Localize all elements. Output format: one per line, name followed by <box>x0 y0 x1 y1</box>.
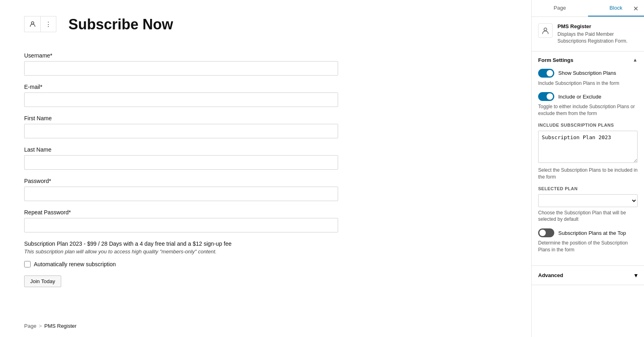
advanced-title: Advanced <box>538 272 563 278</box>
password-label: Password* <box>24 178 338 184</box>
firstname-label: First Name <box>24 115 338 121</box>
block-info-name: PMS Register <box>557 23 638 29</box>
block-info-desc: Displays the Paid Member Subscriptions R… <box>557 31 638 45</box>
breadcrumb-separator: > <box>39 323 42 329</box>
right-sidebar: Page Block ✕ PMS Register Displays the P… <box>531 0 644 337</box>
subscription-plans-top-desc: Determine the position of the Subscripti… <box>538 240 638 253</box>
email-label: E-mail* <box>24 84 338 90</box>
block-user-icon-btn[interactable] <box>24 16 40 32</box>
subscription-plan-info: Subscription Plan 2023 - $99 / 28 Days w… <box>24 240 338 255</box>
show-subscription-plans-label: Show Subscription Plans <box>558 70 616 76</box>
repeat-password-input[interactable] <box>24 218 338 232</box>
selected-plan-select[interactable] <box>538 194 638 207</box>
form-settings-header[interactable]: Form Settings ▲ <box>532 51 644 69</box>
breadcrumb-page[interactable]: Page <box>24 323 36 329</box>
password-group: Password* <box>24 178 338 201</box>
auto-renew-label: Automatically renew subscription <box>34 261 116 267</box>
lastname-label: Last Name <box>24 146 338 153</box>
advanced-section[interactable]: Advanced ▾ <box>532 266 644 285</box>
breadcrumb: Page > PMS Register <box>24 323 76 329</box>
email-input[interactable] <box>24 92 338 107</box>
selected-plan-label: SELECTED PLAN <box>538 186 638 191</box>
repeat-password-group: Repeat Password* <box>24 209 338 232</box>
subscription-plans-top-toggle[interactable] <box>538 228 554 237</box>
firstname-input[interactable] <box>24 124 338 138</box>
auto-renew-checkbox[interactable] <box>24 261 31 267</box>
block-more-options-btn[interactable]: ⋮ <box>40 16 56 32</box>
selected-plan-hint: Choose the Subscription Plan that will b… <box>538 210 638 223</box>
form-settings-title: Form Settings <box>538 57 573 63</box>
include-exclude-label: Include or Exclude <box>558 94 601 100</box>
include-plans-hint: Select the Subscription Plans to be incl… <box>538 167 638 181</box>
show-subscription-plans-row: Show Subscription Plans <box>538 69 638 78</box>
sidebar-close-button[interactable]: ✕ <box>632 3 640 14</box>
more-options-icon: ⋮ <box>45 21 52 28</box>
form-settings-section: Form Settings ▲ Show Subscription Plans … <box>532 51 644 266</box>
breadcrumb-current: PMS Register <box>44 323 76 329</box>
page-title: Subscribe Now <box>68 16 173 33</box>
username-label: Username* <box>24 52 338 59</box>
subscription-plans-top-row: Subscription Plans at the Top <box>538 228 638 237</box>
subscription-plan-desc: This subscription plan will allow you to… <box>24 249 338 255</box>
password-input[interactable] <box>24 187 338 201</box>
include-exclude-desc: Toggle to either include Subscription Pl… <box>538 103 638 117</box>
form-settings-body: Show Subscription Plans Include Subscrip… <box>532 69 644 265</box>
form-settings-chevron-icon: ▲ <box>633 57 638 63</box>
show-subscription-plans-toggle[interactable] <box>538 69 554 78</box>
form-container: Username* E-mail* First Name Last Name P… <box>24 52 338 287</box>
sidebar-tabs: Page Block ✕ <box>532 0 644 17</box>
tab-page[interactable]: Page <box>532 0 588 16</box>
lastname-group: Last Name <box>24 146 338 170</box>
include-plans-textarea[interactable]: Subscription Plan 2023 <box>538 131 638 163</box>
close-icon: ✕ <box>633 5 638 12</box>
pms-register-icon <box>541 27 549 35</box>
main-content: ⋮ Subscribe Now Username* E-mail* First … <box>0 0 531 337</box>
subscription-plan-title: Subscription Plan 2023 - $99 / 28 Days w… <box>24 240 338 247</box>
include-plans-section-label: INCLUDE SUBSCRIPTION PLANS <box>538 123 638 127</box>
join-button[interactable]: Join Today <box>24 275 61 287</box>
sidebar-block-info: PMS Register Displays the Paid Member Su… <box>532 17 644 51</box>
firstname-group: First Name <box>24 115 338 138</box>
username-input[interactable] <box>24 61 338 76</box>
svg-point-1 <box>544 28 547 31</box>
auto-renew-row: Automatically renew subscription <box>24 261 338 267</box>
include-exclude-row: Include or Exclude <box>538 92 638 101</box>
lastname-input[interactable] <box>24 155 338 170</box>
email-group: E-mail* <box>24 84 338 107</box>
block-icon-wrapper <box>538 23 553 38</box>
subscription-plans-top-label: Subscription Plans at the Top <box>558 230 626 236</box>
username-group: Username* <box>24 52 338 76</box>
include-exclude-toggle[interactable] <box>538 92 554 101</box>
svg-point-0 <box>31 22 34 24</box>
show-subscription-plans-desc: Include Subscription Plans in the form <box>538 80 638 87</box>
advanced-chevron-icon: ▾ <box>634 271 638 279</box>
repeat-password-label: Repeat Password* <box>24 209 338 216</box>
